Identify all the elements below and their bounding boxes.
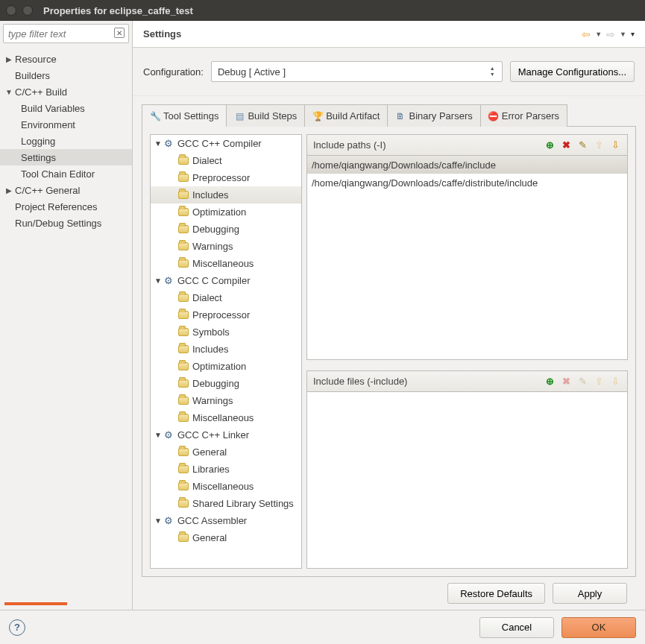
tool-option-dialect[interactable]: Dialect [151, 152, 301, 169]
tool-option-debugging[interactable]: Debugging [151, 221, 301, 238]
chevron-right-icon[interactable]: ▶ [4, 186, 13, 195]
include-paths-panel: Include paths (-I) ⊕ ✖ ✎ ⇧ ⇩ /home/qiang… [306, 134, 628, 360]
tool-option-label: Miscellaneous [192, 258, 254, 269]
tool-option-label: Includes [192, 344, 228, 355]
nav-back-menu-icon[interactable]: ▼ [595, 31, 602, 38]
edit-include-file-icon: ✎ [576, 376, 588, 388]
sidebar-item-tool-chain-editor[interactable]: Tool Chain Editor [0, 165, 132, 182]
include-files-list[interactable] [307, 392, 627, 568]
filter-input-wrap: ✕ [3, 24, 129, 43]
include-paths-list[interactable]: /home/qiangwang/Downloads/caffe/include/… [307, 156, 627, 359]
chevron-down-icon[interactable]: ▼ [154, 517, 163, 525]
tab-error-parsers[interactable]: ⛔Error Parsers [480, 104, 567, 127]
tool-settings-tree[interactable]: ▼⚙GCC C++ CompilerDialectPreprocessorInc… [150, 134, 302, 569]
folder-icon [177, 189, 189, 201]
tool-option-optimization[interactable]: Optimization [151, 358, 301, 375]
folder-icon [177, 172, 189, 184]
add-include-path-icon[interactable]: ⊕ [544, 139, 556, 151]
tool-option-optimization[interactable]: Optimization [151, 203, 301, 221]
include-path-row[interactable]: /home/qiangwang/Downloads/caffe/include [307, 156, 627, 174]
tab-row: 🔧Tool Settings▤Build Steps🏆Build Artifac… [142, 104, 636, 127]
sidebar-item-logging[interactable]: Logging [0, 133, 132, 149]
close-window-icon[interactable] [6, 5, 16, 16]
sidebar-item-build-variables[interactable]: Build Variables [0, 100, 132, 116]
tab-panel: ▼⚙GCC C++ CompilerDialectPreprocessorInc… [142, 127, 636, 577]
chevron-down-icon[interactable]: ▼ [154, 431, 163, 439]
tool-option-shared-library-settings[interactable]: Shared Library Settings [151, 495, 301, 512]
delete-include-path-icon[interactable]: ✖ [560, 139, 572, 151]
sidebar-item-resource[interactable]: ▶Resource [0, 51, 132, 67]
tool-option-miscellaneous[interactable]: Miscellaneous [151, 255, 301, 272]
sidebar-item-label: C/C++ General [13, 185, 80, 196]
cancel-button[interactable]: Cancel [479, 617, 554, 638]
wrench-icon: 🔧 [150, 111, 160, 121]
folder-icon [177, 258, 189, 270]
tool-option-dialect[interactable]: Dialect [151, 289, 301, 306]
tool-option-libraries[interactable]: Libraries [151, 461, 301, 478]
chevron-down-icon[interactable]: ▼ [4, 88, 13, 96]
tab-build-steps[interactable]: ▤Build Steps [226, 104, 305, 127]
tool-option-label: Shared Library Settings [192, 498, 294, 509]
tool-option-preprocessor[interactable]: Preprocessor [151, 169, 301, 186]
spin-up-icon[interactable]: ▲ [490, 66, 497, 71]
folder-icon [177, 206, 189, 218]
tab-binary-parsers[interactable]: 🗎Binary Parsers [387, 104, 480, 127]
configuration-select[interactable]: Debug [ Active ] ▲▼ [211, 61, 503, 82]
tool-option-debugging[interactable]: Debugging [151, 375, 301, 392]
tool-option-label: Preprocessor [192, 309, 250, 321]
include-path-row[interactable]: /home/qiangwang/Downloads/caffe/distribu… [307, 174, 627, 192]
page-title: Settings [143, 28, 181, 40]
spin-down-icon[interactable]: ▼ [490, 72, 497, 77]
tool-option-warnings[interactable]: Warnings [151, 238, 301, 255]
move-down-include-path-icon[interactable]: ⇩ [609, 139, 621, 151]
sidebar-item-builders[interactable]: Builders [0, 67, 132, 83]
minimize-window-icon[interactable] [22, 5, 33, 16]
view-menu-icon[interactable]: ▾ [631, 30, 635, 38]
tool-group-gcc-c-linker[interactable]: ▼⚙GCC C++ Linker [151, 426, 301, 443]
tool-option-miscellaneous[interactable]: Miscellaneous [151, 409, 301, 426]
tool-group-gcc-c-compiler[interactable]: ▼⚙GCC C Compiler [151, 272, 301, 289]
tab-label: Build Steps [248, 110, 297, 121]
apply-button[interactable]: Apply [553, 583, 627, 604]
tool-group-gcc-c-compiler[interactable]: ▼⚙GCC C++ Compiler [151, 135, 301, 152]
sidebar-item-label: Run/Debug Settings [13, 218, 101, 229]
tool-option-symbols[interactable]: Symbols [151, 323, 301, 341]
tool-option-label: Warnings [192, 241, 233, 252]
nav-back-icon[interactable]: ⇦ [582, 28, 591, 40]
folder-icon [177, 361, 189, 373]
manage-configurations-button[interactable]: Manage Configurations... [510, 61, 635, 82]
ok-button[interactable]: OK [561, 617, 636, 638]
add-include-file-icon[interactable]: ⊕ [544, 376, 556, 388]
nav-forward-menu-icon[interactable]: ▼ [620, 31, 626, 38]
tool-option-preprocessor[interactable]: Preprocessor [151, 306, 301, 323]
sidebar-item-project-references[interactable]: Project References [0, 198, 132, 215]
clear-filter-icon[interactable]: ✕ [114, 28, 125, 38]
sidebar-item-run-debug-settings[interactable]: Run/Debug Settings [0, 215, 132, 231]
sidebar-item-c-c-general[interactable]: ▶C/C++ General [0, 182, 132, 198]
folder-icon [177, 412, 189, 424]
include-paths-title: Include paths (-I) [313, 139, 386, 151]
filter-input[interactable] [3, 24, 129, 43]
folder-icon [177, 309, 189, 321]
tool-option-includes[interactable]: Includes [151, 186, 301, 203]
tool-option-includes[interactable]: Includes [151, 341, 301, 358]
sidebar-item-environment[interactable]: Environment [0, 116, 132, 133]
sidebar-item-settings[interactable]: Settings [0, 149, 132, 165]
chevron-down-icon[interactable]: ▼ [154, 139, 163, 148]
help-icon[interactable]: ? [9, 619, 25, 636]
tool-option-general[interactable]: General [151, 443, 301, 461]
tab-label: Binary Parsers [409, 110, 472, 121]
restore-defaults-button[interactable]: Restore Defaults [447, 583, 545, 604]
tool-option-general[interactable]: General [151, 529, 301, 546]
tool-option-miscellaneous[interactable]: Miscellaneous [151, 478, 301, 495]
tab-build-artifact[interactable]: 🏆Build Artifact [304, 104, 388, 127]
chevron-down-icon[interactable]: ▼ [154, 277, 163, 285]
folder-icon [177, 241, 189, 253]
tool-option-label: Optimization [192, 206, 246, 218]
tab-tool-settings[interactable]: 🔧Tool Settings [142, 104, 227, 127]
tool-group-gcc-assembler[interactable]: ▼⚙GCC Assembler [151, 512, 301, 529]
edit-include-path-icon[interactable]: ✎ [576, 139, 588, 151]
sidebar-item-c-c-build[interactable]: ▼C/C++ Build [0, 83, 132, 100]
tool-option-warnings[interactable]: Warnings [151, 392, 301, 409]
chevron-right-icon[interactable]: ▶ [4, 55, 13, 63]
